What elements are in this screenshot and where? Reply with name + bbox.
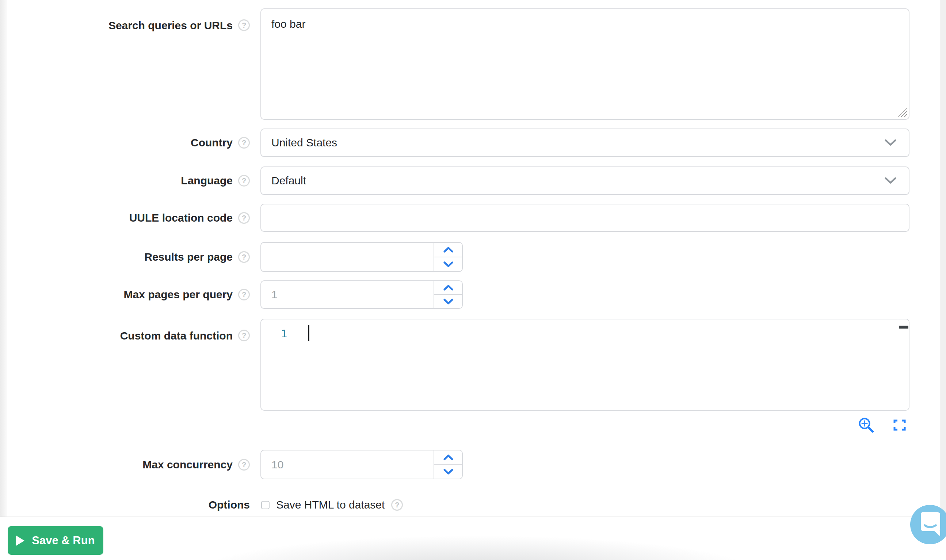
- results-per-page-number-group: [260, 242, 463, 272]
- label-col: Max concurrency ?: [7, 450, 260, 479]
- stepper-down-button[interactable]: [434, 257, 462, 271]
- max-concurrency-number-group: [260, 450, 463, 479]
- chevron-down-icon: [884, 177, 896, 185]
- input-col: [260, 242, 909, 272]
- stepper-down-button[interactable]: [434, 465, 462, 479]
- save-html-option: Save HTML to dataset ?: [260, 492, 909, 518]
- form-footer: Save & Run: [0, 517, 946, 560]
- editor-toolbar: [268, 417, 917, 433]
- label-col: Custom data function ?: [7, 319, 260, 411]
- number-stepper: [434, 281, 462, 308]
- field-row-country: Country ? United States: [7, 129, 940, 157]
- code-line-number: 1: [281, 328, 287, 340]
- label-col: Language ?: [7, 166, 260, 195]
- stepper-up-button[interactable]: [434, 243, 462, 257]
- help-icon[interactable]: ?: [238, 330, 250, 342]
- help-icon[interactable]: ?: [238, 175, 250, 186]
- label-col: UULE location code ?: [7, 204, 260, 232]
- search-queries-textarea-wrap: foo bar: [260, 8, 909, 120]
- number-stepper: [434, 243, 462, 271]
- input-col: Save HTML to dataset ?: [260, 492, 909, 518]
- label-col: Results per page ?: [7, 242, 260, 272]
- custom-data-function-code-editor[interactable]: 1: [260, 319, 909, 411]
- uule-input[interactable]: [260, 204, 909, 232]
- save-and-run-button[interactable]: Save & Run: [8, 526, 103, 555]
- chevron-down-icon: [884, 140, 896, 146]
- custom-data-function-label: Custom data function: [120, 330, 233, 342]
- chevron-up-icon: [444, 247, 453, 252]
- label-col: Country ?: [7, 129, 260, 157]
- input-col: [260, 280, 909, 309]
- chevron-up-icon: [444, 285, 453, 291]
- chevron-down-icon: [444, 469, 453, 475]
- results-per-page-label: Results per page: [144, 251, 233, 263]
- input-col: Default: [260, 166, 909, 195]
- help-icon[interactable]: ?: [238, 459, 250, 471]
- help-icon[interactable]: ?: [238, 251, 250, 263]
- input-col: foo bar: [260, 8, 909, 120]
- chevron-down-icon: [444, 262, 453, 267]
- language-select[interactable]: Default: [260, 166, 909, 195]
- stepper-up-button[interactable]: [434, 451, 462, 465]
- save-and-run-label: Save & Run: [32, 534, 95, 547]
- label-col: Search queries or URLs ?: [7, 8, 260, 120]
- field-row-uule: UULE location code ?: [7, 204, 940, 232]
- save-html-checkbox[interactable]: [261, 501, 270, 509]
- fullscreen-expand-icon: [894, 420, 906, 431]
- help-icon[interactable]: ?: [391, 499, 403, 511]
- play-icon: [16, 535, 25, 546]
- label-col: Max pages per query ?: [7, 280, 260, 309]
- country-label: Country: [191, 137, 233, 149]
- field-row-search-queries: Search queries or URLs ? foo bar: [7, 8, 940, 120]
- editor-scrollbar[interactable]: [898, 319, 909, 410]
- country-select[interactable]: United States: [260, 129, 909, 157]
- chat-widget-button[interactable]: [910, 505, 946, 544]
- field-row-custom-data-function: Custom data function ? 1: [7, 319, 940, 411]
- chat-bubble-icon: [918, 511, 941, 538]
- input-form: Search queries or URLs ? foo bar Country…: [7, 0, 940, 517]
- search-queries-label: Search queries or URLs: [108, 19, 233, 32]
- help-icon[interactable]: ?: [238, 137, 250, 149]
- stepper-up-button[interactable]: [434, 281, 462, 295]
- max-concurrency-label: Max concurrency: [142, 458, 233, 471]
- stepper-down-button[interactable]: [434, 295, 462, 308]
- field-row-results-per-page: Results per page ?: [7, 242, 940, 272]
- results-per-page-input[interactable]: [261, 243, 434, 271]
- field-row-language: Language ? Default: [7, 166, 940, 195]
- help-icon[interactable]: ?: [238, 19, 250, 31]
- max-concurrency-input[interactable]: [261, 451, 434, 478]
- input-col: 1: [260, 319, 909, 411]
- input-col: [260, 450, 909, 479]
- help-icon[interactable]: ?: [238, 212, 250, 224]
- max-pages-label: Max pages per query: [124, 288, 233, 301]
- number-stepper: [434, 451, 462, 478]
- field-row-options: Options Save HTML to dataset ?: [7, 492, 940, 518]
- right-gutter: [940, 0, 946, 517]
- max-pages-input[interactable]: [261, 281, 434, 308]
- magnifier-plus-icon: [858, 417, 874, 433]
- fullscreen-button[interactable]: [894, 420, 906, 431]
- actor-input-form-page: Search queries or URLs ? foo bar Country…: [0, 0, 946, 560]
- input-col: United States: [260, 129, 909, 157]
- language-label: Language: [181, 174, 233, 187]
- help-icon[interactable]: ?: [238, 289, 250, 300]
- editor-scrollbar-thumb[interactable]: [899, 326, 908, 329]
- uule-label: UULE location code: [129, 212, 233, 224]
- options-label: Options: [208, 498, 250, 511]
- max-pages-number-group: [260, 280, 463, 309]
- text-caret: [308, 325, 310, 341]
- save-html-checkbox-label[interactable]: Save HTML to dataset: [276, 498, 385, 511]
- chevron-up-icon: [444, 454, 453, 460]
- chevron-down-icon: [444, 298, 453, 305]
- zoom-in-button[interactable]: [858, 417, 874, 433]
- country-select-value: United States: [271, 137, 337, 149]
- label-col: Options: [7, 492, 260, 518]
- field-row-max-concurrency: Max concurrency ?: [7, 450, 940, 479]
- input-col: [260, 204, 909, 232]
- left-edge-shadow: [0, 0, 7, 517]
- language-select-value: Default: [271, 174, 306, 187]
- field-row-max-pages: Max pages per query ?: [7, 280, 940, 309]
- search-queries-textarea[interactable]: foo bar: [260, 8, 909, 120]
